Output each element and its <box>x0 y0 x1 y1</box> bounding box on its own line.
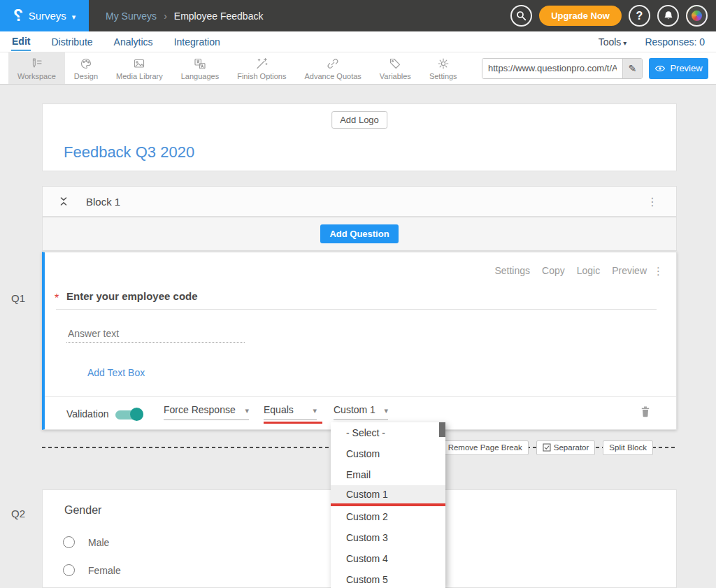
dropdown-option[interactable]: Custom 5 <box>331 569 445 588</box>
translate-icon <box>193 57 207 71</box>
user-avatar[interactable] <box>686 5 708 27</box>
preview-button[interactable]: Preview <box>649 58 708 79</box>
breadcrumb-current: Employee Feedback <box>174 10 264 22</box>
required-asterisk: * <box>55 292 59 305</box>
help-button[interactable]: ? <box>629 5 650 27</box>
validation-label: Validation <box>66 408 108 420</box>
chevron-down-icon <box>72 10 76 22</box>
dropdown-option[interactable]: - Select - <box>331 422 445 443</box>
top-navbar: ? Surveys My Surveys Employee Feedback U… <box>0 0 716 31</box>
dropdown-option[interactable]: Custom 3 <box>331 527 445 548</box>
tab-edit[interactable]: Edit <box>11 32 31 51</box>
bell-icon <box>663 10 674 22</box>
question-logic-link[interactable]: Logic <box>577 265 600 276</box>
edit-url-pencil-icon[interactable] <box>622 59 642 78</box>
dropdown-option[interactable]: Custom <box>331 443 445 464</box>
question-preview-link[interactable]: Preview <box>612 265 647 276</box>
breadcrumb-separator-icon <box>164 10 167 22</box>
question-1-card: Settings Copy Logic Preview * Enter your… <box>42 252 677 430</box>
add-question-band: Add Question <box>42 217 677 251</box>
toolbar-item-settings[interactable]: Settings <box>420 52 466 84</box>
validation-type-dropdown: - Select - Custom Email Custom 1 Custom … <box>331 422 445 588</box>
block-header: Block 1 <box>42 186 677 217</box>
tab-distribute[interactable]: Distribute <box>50 33 93 50</box>
operator-select[interactable]: Equals <box>264 404 317 420</box>
upgrade-now-button[interactable]: Upgrade Now <box>539 6 622 26</box>
toolbar-item-finish-options[interactable]: Finish Options <box>228 52 295 84</box>
survey-title[interactable]: Feedback Q3 2020 <box>64 143 194 162</box>
q1-label: Q1 <box>11 292 25 304</box>
split-block-button[interactable]: Split Block <box>603 440 653 455</box>
toolbar-item-workspace[interactable]: Workspace <box>8 52 65 84</box>
separator-button[interactable]: Separator <box>536 440 596 455</box>
tab-analytics[interactable]: Analytics <box>113 33 154 50</box>
tag-icon <box>388 57 402 71</box>
collapse-vertical-icon <box>58 195 69 208</box>
collapse-block-button[interactable] <box>58 195 69 208</box>
question-copy-link[interactable]: Copy <box>542 265 565 276</box>
search-button[interactable] <box>510 5 532 27</box>
toolbar-item-languages[interactable]: Languages <box>172 52 228 84</box>
force-response-select[interactable]: Force Response <box>164 404 249 420</box>
dropdown-option[interactable]: Custom 2 <box>331 506 445 527</box>
palette-icon <box>79 57 93 71</box>
survey-url-field <box>482 58 643 79</box>
radio-icon <box>63 564 75 576</box>
radio-option-male[interactable]: Male <box>63 536 109 548</box>
dropdown-option[interactable]: Email <box>331 464 445 485</box>
editor-toolbar: Workspace Design Media Library Languages… <box>0 52 716 85</box>
radio-option-female[interactable]: Female <box>63 564 121 576</box>
dropdown-option-selected[interactable]: Custom 1 <box>331 485 445 503</box>
question-actions: Settings Copy Logic Preview <box>494 265 647 276</box>
section-tabbar: Edit Distribute Analytics Integration To… <box>0 31 716 52</box>
search-icon <box>515 10 527 22</box>
topbar-actions: Upgrade Now ? <box>510 5 716 27</box>
radio-icon <box>63 536 75 548</box>
brand-surveys-menu[interactable]: ? Surveys <box>0 0 89 31</box>
survey-header-card: Add Logo Feedback Q3 2020 <box>42 103 677 171</box>
validation-type-select[interactable]: Custom 1 <box>334 404 388 420</box>
dropdown-option[interactable]: Custom 4 <box>331 548 445 569</box>
validation-toggle[interactable] <box>115 409 143 420</box>
toolbar-item-advance-quotas[interactable]: Advance Quotas <box>295 52 370 84</box>
notifications-button[interactable] <box>657 5 679 27</box>
add-text-box-link[interactable]: Add Text Box <box>87 367 145 378</box>
question-underline <box>56 309 657 310</box>
toolbar-item-design[interactable]: Design <box>65 52 107 84</box>
questionpro-logo-icon: ? <box>13 6 23 25</box>
tab-integration[interactable]: Integration <box>173 33 221 50</box>
question-settings-link[interactable]: Settings <box>494 265 530 276</box>
question-kebab-menu-icon[interactable] <box>653 265 664 278</box>
magic-wand-icon <box>255 57 268 71</box>
q2-label: Q2 <box>11 508 25 519</box>
answer-text-input[interactable] <box>66 325 245 343</box>
chevron-down-icon <box>621 36 626 48</box>
question-text[interactable]: Gender <box>64 504 101 517</box>
question-mark-icon: ? <box>636 10 643 22</box>
toolbar-item-variables[interactable]: Variables <box>371 52 420 84</box>
tabbar-right: Tools Responses: 0 <box>599 36 705 48</box>
delete-validation-button[interactable] <box>640 406 651 421</box>
add-question-button[interactable]: Add Question <box>320 224 398 243</box>
gear-icon <box>436 57 450 71</box>
image-icon <box>132 57 146 71</box>
page-break-buttons: Remove Page Break Separator Split Block <box>431 440 653 455</box>
dropdown-scrollbar-thumb[interactable] <box>439 422 445 437</box>
block-kebab-menu-icon[interactable] <box>647 195 659 208</box>
trash-icon <box>640 406 651 418</box>
survey-url-input[interactable] <box>482 59 622 78</box>
breadcrumb-my-surveys[interactable]: My Surveys <box>106 10 157 22</box>
survey-editor-canvas: Add Logo Feedback Q3 2020 Block 1 Add Qu… <box>0 85 716 588</box>
question-text[interactable]: Enter your employee code <box>66 290 198 302</box>
block-title[interactable]: Block 1 <box>86 196 120 208</box>
workspace-icon <box>29 57 43 71</box>
chevron-down-icon <box>245 404 249 415</box>
tools-menu[interactable]: Tools <box>599 36 627 48</box>
breadcrumb: My Surveys Employee Feedback <box>106 10 263 22</box>
checkbox-checked-icon <box>543 443 551 452</box>
toolbar-item-media-library[interactable]: Media Library <box>107 52 172 84</box>
responses-count[interactable]: Responses: 0 <box>645 36 705 48</box>
chevron-down-icon <box>384 404 388 415</box>
eye-icon <box>654 64 666 73</box>
add-logo-button[interactable]: Add Logo <box>331 111 387 129</box>
